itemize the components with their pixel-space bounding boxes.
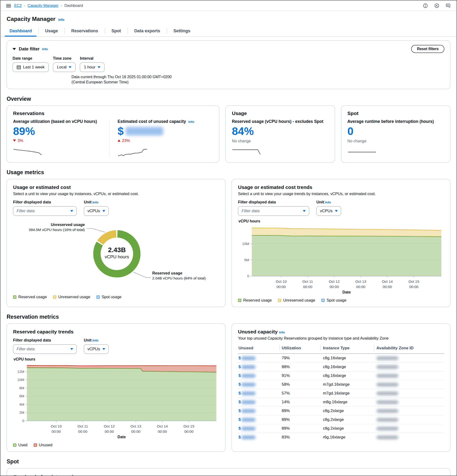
- legend-item-reserved-usage[interactable]: Reserved usage: [13, 295, 47, 299]
- redacted-value: [376, 392, 398, 395]
- collapse-caret-icon[interactable]: [13, 48, 16, 50]
- legend-item-unused[interactable]: Unused: [34, 443, 52, 447]
- svg-text:Date: Date: [342, 290, 351, 294]
- filter-data-label: Filter displayed data: [13, 200, 77, 204]
- reserved-usage-label: Reserved usage (vCPU hours) - excludes S…: [232, 119, 328, 124]
- legend-swatch: [321, 299, 325, 302]
- usage-trends-chart: 05M10MOct 1000:00Oct 1100:00Oct 1200:00O…: [238, 223, 444, 296]
- tab-dashboard[interactable]: Dashboard: [3, 26, 39, 36]
- triangle-up-icon: [117, 139, 120, 142]
- az-id-cell: [376, 424, 444, 433]
- unused-cost-value: $: [117, 126, 213, 137]
- legend-swatch: [96, 295, 100, 299]
- spot-runtime-value: 0: [348, 126, 444, 137]
- redacted-value: [241, 400, 256, 404]
- date-filter-info-link[interactable]: Info: [42, 47, 48, 51]
- column-header-unused[interactable]: Unused: [238, 344, 281, 354]
- interval-select[interactable]: 1 hour: [80, 62, 104, 72]
- amazon-q-icon[interactable]: [434, 3, 440, 8]
- unused-cost-link[interactable]: $: [239, 408, 241, 413]
- table-row: $83%r6g.16xlarge: [238, 433, 444, 442]
- redacted-value: [376, 409, 398, 413]
- tab-reservations[interactable]: Reservations: [65, 26, 105, 36]
- filter-data-select[interactable]: Filter data: [13, 344, 77, 354]
- usage-cost-description: Select a unit to view your usage by inst…: [13, 192, 219, 196]
- redacted-value: [241, 418, 256, 422]
- legend-item-unreserved-usage[interactable]: Unreserved usage: [53, 295, 90, 299]
- redacted-value: [241, 374, 256, 378]
- runtime-before-interruption-title: Runtime before interruption: [14, 474, 443, 476]
- unit-info-link[interactable]: Info: [93, 339, 99, 342]
- unused-cost-link[interactable]: $: [239, 382, 241, 387]
- topbar-icons: [423, 3, 451, 8]
- reservation-metrics-cards: Reserved capacity trends Filter displaye…: [0, 323, 457, 452]
- usage-trends-description: Select a unit to view your usage trends …: [238, 192, 444, 196]
- unused-cost-link[interactable]: $: [239, 400, 241, 404]
- legend-swatch: [34, 443, 37, 447]
- redacted-value: [376, 400, 398, 404]
- unit-info-link[interactable]: Info: [325, 201, 331, 204]
- unused-cost-delta: 23%: [117, 138, 213, 143]
- unreserved-usage-callout: Unreserved usage 394.5M vCPU hours (16% …: [13, 222, 85, 232]
- feedback-icon[interactable]: [446, 3, 451, 8]
- legend-item-used[interactable]: Used: [13, 443, 28, 447]
- unused-cost-link[interactable]: $: [239, 435, 241, 439]
- time-zone-select[interactable]: Local: [53, 62, 76, 72]
- menu-icon[interactable]: [6, 4, 11, 7]
- az-id-cell: [376, 398, 444, 406]
- svg-text:Oct 14: Oct 14: [157, 424, 168, 428]
- column-header-instance-type[interactable]: Instance Type: [322, 344, 376, 354]
- breadcrumb-capacity-manager[interactable]: Capacity Manager: [28, 4, 58, 8]
- tab-usage[interactable]: Usage: [39, 26, 65, 36]
- y-axis-title: vCPU hours: [14, 357, 219, 361]
- unit-label: Unit: [316, 200, 324, 204]
- redacted-value: [376, 418, 398, 422]
- date-range-button[interactable]: Last 1 week: [13, 62, 49, 72]
- page-title: Capacity Manager: [7, 16, 55, 22]
- unused-cost-link[interactable]: $: [239, 356, 241, 360]
- unused-cost-link[interactable]: $: [239, 365, 241, 369]
- info-icon[interactable]: [423, 3, 428, 8]
- legend-item-reserved-usage[interactable]: Reserved usage: [238, 298, 272, 303]
- unused-cost-link[interactable]: $: [239, 373, 241, 378]
- az-id-cell: [376, 362, 444, 371]
- table-row: $91%c8g.16xlarge: [238, 371, 444, 380]
- legend-item-spot-usage[interactable]: Spot usage: [96, 295, 121, 299]
- interval-label: Interval: [80, 56, 104, 61]
- filter-data-select[interactable]: Filter data: [238, 206, 309, 216]
- breadcrumb-ec2[interactable]: EC2: [14, 4, 22, 8]
- column-header-utilization[interactable]: Utilization: [281, 344, 322, 354]
- instance-type-cell: c8g.16xlarge: [322, 362, 376, 371]
- chevron-down-icon: [303, 210, 306, 212]
- unused-cost-info-link[interactable]: Info: [188, 120, 194, 124]
- tab-settings[interactable]: Settings: [167, 26, 197, 36]
- unit-select[interactable]: vCPUs: [84, 344, 108, 354]
- unused-capacity-info-link[interactable]: Info: [279, 331, 285, 334]
- chevron-down-icon: [70, 210, 73, 212]
- unused-cost-link[interactable]: $: [239, 391, 241, 395]
- svg-text:00:00: 00:00: [78, 429, 87, 434]
- svg-text:0: 0: [247, 274, 249, 278]
- page-info-link[interactable]: Info: [58, 18, 64, 22]
- tab-data-exports[interactable]: Data exports: [128, 26, 167, 36]
- reset-filters-button[interactable]: Reset filters: [411, 45, 444, 53]
- svg-text:12M: 12M: [17, 370, 24, 374]
- unit-select[interactable]: vCPUs: [84, 206, 108, 216]
- overview-cards: Reservations Average utilization (based …: [0, 105, 457, 162]
- unused-cost-link[interactable]: $: [239, 417, 241, 422]
- unused-cost-link[interactable]: $: [239, 426, 241, 431]
- date-range-label: Date range: [13, 56, 49, 61]
- utilization-cell: 88%: [281, 362, 322, 371]
- az-id-cell: [376, 406, 444, 415]
- instance-type-cell: c8g.2xlarge: [322, 415, 376, 424]
- column-header-az-id[interactable]: Availability Zone ID: [376, 344, 444, 354]
- runtime-before-interruption-card: Runtime before interruption: [7, 468, 450, 476]
- svg-text:00:00: 00:00: [383, 285, 392, 289]
- tab-spot[interactable]: Spot: [105, 26, 128, 36]
- legend-item-spot-usage[interactable]: Spot usage: [321, 298, 346, 303]
- legend-item-unreserved-usage[interactable]: Unreserved usage: [278, 298, 315, 303]
- filter-data-label: Filter displayed data: [13, 338, 77, 342]
- filter-data-select[interactable]: Filter data: [13, 206, 77, 216]
- unit-info-link[interactable]: Info: [93, 201, 99, 204]
- unit-select[interactable]: vCPUs: [316, 206, 341, 216]
